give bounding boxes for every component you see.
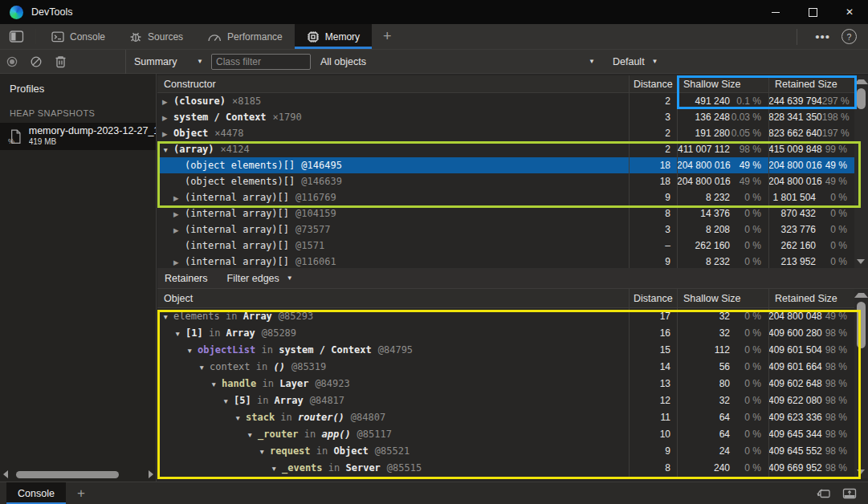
size-value: 8 232 [677,254,730,268]
expand-arrow[interactable]: ▼ [247,427,258,442]
add-drawer-tab-button[interactable]: + [66,486,96,502]
objects-filter-select[interactable]: All objects ▼ [320,56,595,67]
distance-cell: 11 [629,409,670,425]
table-row[interactable]: ▼objectList in system / Context@84795151… [157,342,854,359]
expand-arrow[interactable]: ▶ [173,222,185,238]
table-row[interactable]: (object elements)[]@14649518204 800 0164… [157,157,854,173]
table-row[interactable]: ▼[5] in Array@8481712320 %409 622 08098 … [157,392,854,409]
minimize-icon [772,12,780,13]
object-cell: ▼stack in router()@84807 [157,409,706,425]
maximize-button[interactable] [794,0,831,24]
expand-arrow[interactable]: ▼ [259,444,270,459]
class-name: Object [333,445,368,457]
table-row[interactable]: ▼stack in router()@8480711640 %409 623 3… [157,409,854,426]
size-percent: 0 % [816,222,851,238]
class-filter-input[interactable] [211,54,311,70]
column-shallow-size[interactable]: Shallow Size [683,75,741,93]
scroll-up-arrow[interactable] [854,293,868,298]
minimize-button[interactable] [757,0,794,24]
retainers-scrollbar[interactable] [854,289,868,478]
column-distance[interactable]: Distance [634,75,673,93]
column-retained-size[interactable]: Retained Size [775,75,837,93]
expand-arrow[interactable]: ▼ [174,326,185,341]
expand-arrow[interactable]: ▼ [234,410,246,425]
scrollbar-thumb[interactable] [857,302,866,348]
column-shallow-size[interactable]: Shallow Size [683,289,741,308]
table-row[interactable]: ▼elements in Array@8529317320 %204 800 0… [157,308,854,325]
table-row[interactable]: ▼handle in Layer@8492313800 %409 602 648… [157,376,854,392]
table-row[interactable]: (internal array)[]@1571–262 1600 %262 16… [157,238,854,254]
expand-arrow[interactable]: ▶ [162,110,173,125]
expand-arrow[interactable]: ▶ [162,126,173,141]
help-icon: ? [847,32,852,42]
tab-performance[interactable]: Performance [195,24,295,49]
column-distance[interactable]: Distance [634,289,673,308]
record-button[interactable] [0,51,24,72]
column-object[interactable]: Object [164,289,193,308]
summary-table-scrollbar[interactable] [854,75,868,268]
expand-arrow[interactable]: ▶ [173,190,185,205]
snapshot-item[interactable]: % memory-dump-2023-12-27_10 419 MB [0,123,156,150]
size-value: 191 280 [677,125,730,141]
table-row[interactable]: ▼(array)×41242411 007 11298 %415 009 848… [157,141,854,157]
toggle-panel-button[interactable] [0,24,32,49]
size-value: 409 601 504 [768,342,822,359]
expand-arrow[interactable]: ▼ [222,393,234,408]
table-row[interactable]: ▼_events in Server@8551582400 %409 669 9… [157,460,854,477]
sidebar-horizontal-scrollbar[interactable] [0,469,157,480]
table-row[interactable]: ▼context in bound connectionListener()@8… [157,477,854,478]
size-value: 409 645 552 [768,443,822,460]
help-button[interactable]: ? [842,29,857,44]
filter-edges-select[interactable]: Filter edges ▼ [227,273,293,284]
expand-arrow[interactable]: ▼ [271,461,282,476]
expand-arrow[interactable]: ▶ [173,254,185,268]
table-row[interactable]: ▶(internal array)[]@7357738 2080 %323 77… [157,222,854,238]
scroll-down-arrow[interactable] [857,259,865,264]
expand-arrow[interactable]: ▼ [162,142,173,157]
close-button[interactable]: ✕ [831,0,868,24]
column-retained-size[interactable]: Retained Size [775,289,837,308]
expand-arrow[interactable]: ▼ [162,309,173,324]
table-row[interactable]: ▼request in Object@855219240 %409 645 55… [157,443,854,460]
column-constructor[interactable]: Constructor [164,75,216,93]
device-rotate-icon[interactable] [816,487,831,499]
expand-arrow[interactable]: ▼ [198,360,210,375]
scroll-down-arrow[interactable] [857,469,865,474]
expand-arrow[interactable]: ▶ [173,206,185,222]
table-row[interactable]: ▼[1] in Array@8528916320 %409 600 28098 … [157,325,854,342]
expand-arrow[interactable]: ▶ [162,94,173,109]
scroll-right-arrow[interactable] [149,470,153,478]
scroll-left-arrow[interactable] [3,470,8,478]
table-row[interactable]: ▶system / Context×17903136 2480.03 %828 … [157,109,854,125]
perspective-select[interactable]: Summary ▼ [134,56,203,67]
scrollbar-thumb[interactable] [857,88,866,109]
table-row[interactable]: ▶(closure)×81852491 2400.1 %244 639 7942… [157,93,854,109]
scrollbar-thumb[interactable] [16,471,119,478]
table-row[interactable]: (object elements)[]@14663918204 800 0164… [157,173,854,189]
tab-memory[interactable]: Memory [295,24,372,49]
tab-sources[interactable]: Sources [117,24,195,49]
size-value: 262 160 [677,238,730,254]
table-row[interactable]: ▼_router in app()@8511710640 %409 645 34… [157,426,854,443]
add-panel-button[interactable]: + [372,24,403,49]
expand-arrow[interactable]: ▼ [283,478,294,478]
table-row[interactable]: ▶(internal array)[]@11606198 2320 %213 9… [157,254,854,268]
expand-arrow[interactable]: ▼ [186,343,198,358]
dock-panel-icon[interactable] [842,488,857,499]
expand-arrow[interactable]: ▼ [210,376,222,392]
table-row[interactable]: ▼context in ()@8531914560 %409 601 66498… [157,359,854,376]
drawer-tab-label: Console [18,488,55,499]
constructor-cell: (object elements)[]@146639 [157,173,645,189]
tab-console[interactable]: Console [39,24,117,49]
table-row[interactable]: ▶Object×44782191 2800.05 %823 662 640197… [157,125,854,141]
drawer-tab-console[interactable]: Console [6,482,66,504]
retained-size-cell: 409 601 50498 % [768,342,851,358]
more-options-button[interactable]: ••• [807,30,838,43]
scroll-up-arrow[interactable] [854,79,868,84]
clear-button[interactable] [24,51,48,72]
size-percent: 0 % [730,189,765,205]
table-row[interactable]: ▶(internal array)[]@11676998 2320 %1 801… [157,189,854,205]
table-row[interactable]: ▶(internal array)[]@104159814 3760 %870 … [157,205,854,222]
profile-select[interactable]: Default ▼ [613,56,658,67]
delete-snapshots-button[interactable] [48,51,72,72]
